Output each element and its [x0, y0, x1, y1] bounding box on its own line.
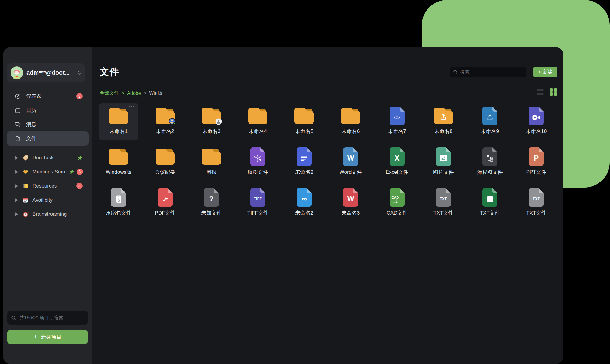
- file-name: 未命名10: [526, 128, 547, 135]
- breadcrumb-item[interactable]: 全部文件: [100, 90, 119, 96]
- search-icon: [11, 315, 17, 321]
- file-name: 未命名2: [295, 169, 313, 176]
- main-content: 文件 搜索 + 新建 全部文件>Adobe>Win版 未命名1: [92, 47, 563, 364]
- file-card[interactable]: 未命名5: [285, 103, 324, 140]
- calendar-icon: [14, 107, 21, 113]
- new-project-button[interactable]: + 新建项目: [7, 330, 88, 344]
- grid-view-icon[interactable]: [549, 88, 557, 96]
- file-card[interactable]: TXT文件: [470, 185, 509, 222]
- folder-icon: [341, 108, 360, 124]
- more-icon[interactable]: •••: [129, 105, 135, 109]
- sidebar-item-calendar[interactable]: 日历: [7, 103, 89, 117]
- letter-file-icon: X: [390, 147, 405, 166]
- letter-file-icon: W: [343, 188, 358, 207]
- page-title: 文件: [100, 66, 119, 78]
- sidebar-project-brainstroaming[interactable]: Brainstroaming: [7, 207, 89, 221]
- file-card[interactable]: 未命名6: [331, 103, 370, 140]
- file-card[interactable]: 图片文件: [424, 144, 463, 181]
- file-card[interactable]: TXTTXT文件: [424, 185, 463, 222]
- file-card[interactable]: 未命名4: [238, 103, 277, 140]
- file-card[interactable]: 脑图文件: [238, 144, 277, 181]
- letter-file-icon: ?: [204, 188, 219, 207]
- file-card[interactable]: ∞未命名2: [285, 185, 324, 222]
- project-search-input[interactable]: 共1964个项目，搜索...: [7, 311, 88, 325]
- file-name: 会议纪要: [155, 169, 175, 176]
- sidebar-item-files[interactable]: 文件: [7, 131, 89, 146]
- mindmap-file-icon: [250, 147, 265, 166]
- file-search-input[interactable]: 搜索: [450, 67, 526, 77]
- file-card[interactable]: PPPT文件: [517, 144, 556, 181]
- sidebar-item-messages[interactable]: 消息: [7, 117, 89, 131]
- caret-right-icon[interactable]: [15, 184, 18, 188]
- sidebar-nav: 仪表盘3日历消息文件: [7, 89, 89, 146]
- project-indicators: 3: [76, 183, 83, 189]
- file-card[interactable]: 未命名1•••: [99, 103, 138, 140]
- file-name: 周报: [206, 169, 216, 176]
- file-card[interactable]: </>未命名7: [378, 103, 417, 140]
- file-name: Windows版: [106, 169, 131, 176]
- file-icon: [14, 136, 21, 142]
- file-card[interactable]: 未命名2: [285, 144, 324, 181]
- caret-right-icon[interactable]: [15, 156, 18, 160]
- letter-glyph: P: [534, 154, 539, 162]
- sidebar-project-meetings-sum[interactable]: Meetings Sum...3: [7, 165, 89, 179]
- breadcrumb-separator: >: [122, 91, 124, 96]
- file-card[interactable]: XExcel文件: [378, 144, 417, 181]
- file-name: 脑图文件: [248, 169, 268, 176]
- sidebar-item-dashboard[interactable]: 仪表盘3: [7, 89, 89, 103]
- file-card[interactable]: CADCAD文件: [378, 185, 417, 222]
- file-card[interactable]: PDF文件: [146, 185, 185, 222]
- notification-badge: 3: [76, 183, 83, 189]
- file-card[interactable]: 未命名9: [470, 103, 509, 140]
- account-name: adm***@doot...: [26, 69, 77, 76]
- caret-right-icon[interactable]: [15, 170, 18, 174]
- breadcrumb-item: Win版: [149, 90, 162, 96]
- sidebar-project-resources[interactable]: Resources3: [7, 179, 89, 193]
- caret-right-icon[interactable]: [15, 198, 18, 202]
- file-card[interactable]: 未命名10: [517, 103, 556, 140]
- sidebar-project-doo-task[interactable]: Doo Task: [7, 151, 89, 165]
- member-avatar-icon: [215, 118, 222, 125]
- flowchart-icon: [482, 147, 497, 166]
- pin-icon: [69, 170, 74, 174]
- file-card[interactable]: ?未知文件: [192, 185, 231, 222]
- caret-right-icon[interactable]: [15, 212, 18, 216]
- letter-file-icon: W: [343, 147, 358, 166]
- sidebar-project-availibity[interactable]: 17Availibity: [7, 193, 89, 207]
- file-card[interactable]: TIFFTIFF文件: [238, 185, 277, 222]
- image-icon: [436, 147, 451, 166]
- folder-icon: [156, 108, 175, 124]
- flowchart-file-icon: [482, 147, 497, 166]
- file-card[interactable]: WWord文件: [331, 144, 370, 181]
- letter-file-icon: ∞: [297, 188, 312, 207]
- file-name: 图片文件: [433, 169, 454, 176]
- letter-glyph: W: [347, 195, 354, 203]
- file-name: 压缩包文件: [106, 209, 131, 216]
- project-indicators: 3: [69, 169, 83, 175]
- breadcrumb-item[interactable]: Adobe: [127, 91, 141, 96]
- file-card[interactable]: 周报: [192, 144, 231, 181]
- new-file-button[interactable]: + 新建: [533, 67, 557, 77]
- file-name: Word文件: [340, 169, 362, 176]
- account-switcher[interactable]: adm***@doot...: [7, 63, 85, 82]
- file-card[interactable]: 未命名2: [146, 103, 185, 140]
- list-view-icon[interactable]: [536, 89, 544, 95]
- file-name: 未命名5: [295, 128, 313, 135]
- cad-file-icon: CAD: [390, 188, 405, 207]
- file-card[interactable]: 会议纪要: [146, 144, 185, 181]
- cad-icon: CAD: [390, 188, 405, 207]
- file-card[interactable]: TXTTXT文件: [517, 185, 556, 222]
- file-card[interactable]: 压缩包文件: [99, 185, 138, 222]
- folder-icon: [434, 108, 453, 124]
- file-card[interactable]: W未命名3: [331, 185, 370, 222]
- folder-icon: [248, 108, 267, 124]
- label-file-icon: TXT: [529, 188, 544, 207]
- file-card[interactable]: 未命名3: [192, 103, 231, 140]
- file-name: 未命名8: [434, 128, 452, 135]
- file-card[interactable]: Windows版: [99, 144, 138, 181]
- file-card[interactable]: 流程图文件: [470, 144, 509, 181]
- label-file-icon: TIFF: [250, 188, 265, 207]
- file-card[interactable]: 未命名8: [424, 103, 463, 140]
- message-icon: [14, 122, 21, 128]
- zip-icon: [111, 188, 126, 207]
